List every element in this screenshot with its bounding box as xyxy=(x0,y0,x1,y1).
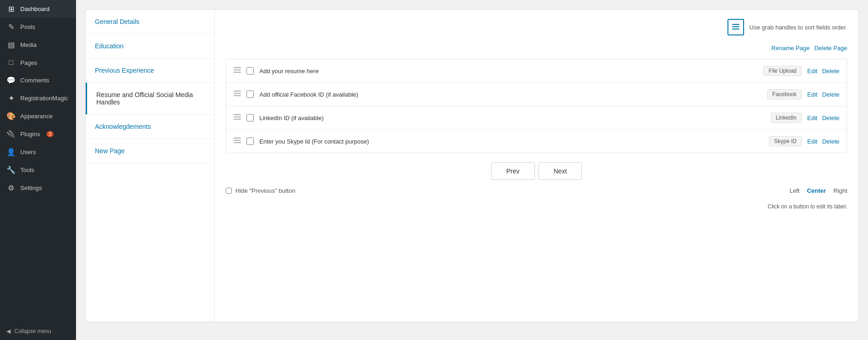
field-label: LinkedIn ID (if available) xyxy=(259,115,765,121)
svg-rect-0 xyxy=(732,24,739,25)
field-row: LinkedIn ID (if available) LinkedIn Edit… xyxy=(226,106,847,130)
field-delete-button[interactable]: Delete xyxy=(822,115,839,121)
field-checkbox[interactable] xyxy=(246,138,254,145)
drag-handle-icon[interactable] xyxy=(234,91,241,98)
sidebar-item-label: Appearance xyxy=(20,113,53,120)
align-center[interactable]: Center xyxy=(807,187,826,194)
page-resume-social[interactable]: Resume and Official Social Media Handles xyxy=(86,83,214,115)
align-left[interactable]: Left xyxy=(790,187,800,194)
page-new-page[interactable]: New Page xyxy=(86,139,214,163)
page-previous-experience[interactable]: Previous Experience xyxy=(86,58,214,83)
collapse-label: Collapse menu xyxy=(14,328,51,334)
field-edit-button[interactable]: Edit xyxy=(807,115,817,121)
svg-rect-9 xyxy=(234,114,241,115)
sidebar-item-settings[interactable]: ⚙ Settings xyxy=(0,179,76,197)
field-actions: Edit Delete xyxy=(807,91,839,98)
svg-rect-1 xyxy=(732,26,739,27)
hide-prev-checkbox[interactable] xyxy=(226,188,232,194)
hide-prev-label: Hide "Previous" button xyxy=(235,187,295,194)
top-bar-right: Use grab handles to sort fields order. xyxy=(727,19,847,35)
sort-hint: Use grab handles to sort fields order. xyxy=(750,24,847,31)
prev-button[interactable]: Prev xyxy=(491,162,535,180)
users-icon: 👤 xyxy=(6,148,16,156)
alignment-row: Hide "Previous" button Left Center Right xyxy=(226,187,847,200)
sidebar-item-plugins[interactable]: 🔌 Plugins 3 xyxy=(0,125,76,143)
sidebar-item-pages[interactable]: □ Pages xyxy=(0,54,76,71)
pages-icon: □ xyxy=(6,58,16,67)
field-checkbox[interactable] xyxy=(246,91,254,98)
plugins-icon: 🔌 xyxy=(6,130,16,138)
hide-prev-container: Hide "Previous" button xyxy=(226,187,295,194)
field-checkbox[interactable] xyxy=(246,114,254,121)
field-edit-button[interactable]: Edit xyxy=(807,68,817,75)
collapse-menu[interactable]: ◀ Collapse menu xyxy=(0,323,76,340)
sidebar-item-users[interactable]: 👤 Users xyxy=(0,143,76,161)
sidebar: ⊞ Dashboard ✎ Posts ▤ Media □ Pages 💬 Co… xyxy=(0,0,76,340)
field-checkbox[interactable] xyxy=(246,67,254,75)
comments-icon: 💬 xyxy=(6,76,16,85)
rename-page-button[interactable]: Rename Page xyxy=(771,45,809,52)
svg-rect-11 xyxy=(234,119,241,120)
svg-rect-10 xyxy=(234,116,241,117)
page-education[interactable]: Education xyxy=(86,34,214,58)
svg-rect-5 xyxy=(234,72,241,73)
next-button[interactable]: Next xyxy=(539,162,582,180)
sidebar-item-label: Media xyxy=(20,41,36,48)
sidebar-item-label: Settings xyxy=(20,184,42,191)
svg-rect-13 xyxy=(234,140,241,141)
sidebar-item-label: Comments xyxy=(20,77,49,84)
svg-rect-6 xyxy=(234,91,241,92)
drag-handle-icon[interactable] xyxy=(234,67,241,75)
svg-rect-8 xyxy=(234,95,241,96)
field-delete-button[interactable]: Delete xyxy=(822,138,839,145)
posts-icon: ✎ xyxy=(6,23,16,31)
sidebar-item-label: Pages xyxy=(20,59,37,66)
sidebar-item-label: Plugins xyxy=(20,131,40,138)
sidebar-item-label: RegistrationMagic xyxy=(20,95,68,102)
media-icon: ▤ xyxy=(6,40,16,49)
svg-rect-4 xyxy=(234,69,241,70)
delete-page-button[interactable]: Delete Page xyxy=(814,45,847,52)
sidebar-item-comments[interactable]: 💬 Comments xyxy=(0,71,76,89)
card: General Details Education Previous Exper… xyxy=(85,9,859,322)
field-label: Add your resume here xyxy=(259,68,758,75)
drag-handle-icon[interactable] xyxy=(234,138,241,145)
page-acknowledgements[interactable]: Acknowlegdements xyxy=(86,115,214,139)
sidebar-item-posts[interactable]: ✎ Posts xyxy=(0,18,76,36)
field-label: Add official Facebook ID (if available) xyxy=(259,91,762,98)
page-actions: Rename Page Delete Page xyxy=(226,45,847,52)
align-right[interactable]: Right xyxy=(833,187,847,194)
field-delete-button[interactable]: Delete xyxy=(822,68,839,75)
sidebar-item-media[interactable]: ▤ Media xyxy=(0,36,76,54)
drag-handle-icon[interactable] xyxy=(234,114,241,122)
pages-panel: General Details Education Previous Exper… xyxy=(86,10,215,322)
sidebar-item-registrationmagic[interactable]: ✦ RegistrationMagic xyxy=(0,89,76,107)
field-type-badge: Skype ID xyxy=(769,136,802,146)
regmagic-icon: ✦ xyxy=(6,94,16,103)
svg-rect-12 xyxy=(234,138,241,138)
sidebar-item-dashboard[interactable]: ⊞ Dashboard xyxy=(0,0,76,18)
sort-icon xyxy=(732,24,739,30)
sort-fields-button[interactable] xyxy=(727,19,744,35)
sidebar-item-label: Users xyxy=(20,149,36,156)
page-general-details[interactable]: General Details xyxy=(86,10,214,34)
field-edit-button[interactable]: Edit xyxy=(807,91,817,98)
sidebar-item-tools[interactable]: 🔧 Tools xyxy=(0,161,76,179)
content-panel: Use grab handles to sort fields order. R… xyxy=(215,10,858,322)
nav-buttons: Prev Next xyxy=(226,162,847,180)
field-delete-button[interactable]: Delete xyxy=(822,91,839,98)
sidebar-item-label: Posts xyxy=(20,23,35,30)
field-row: Add your resume here File Upload Edit De… xyxy=(226,59,847,83)
field-edit-button[interactable]: Edit xyxy=(807,138,817,145)
top-bar: Use grab handles to sort fields order. xyxy=(226,19,847,35)
sidebar-item-label: Dashboard xyxy=(20,6,50,12)
sidebar-item-appearance[interactable]: 🎨 Appearance xyxy=(0,107,76,125)
tools-icon: 🔧 xyxy=(6,166,16,174)
svg-rect-2 xyxy=(732,29,739,29)
plugins-badge: 3 xyxy=(47,131,54,137)
settings-icon: ⚙ xyxy=(6,184,16,192)
fields-list: Add your resume here File Upload Edit De… xyxy=(226,59,847,153)
field-row: Add official Facebook ID (if available) … xyxy=(226,83,847,106)
alignment-options: Left Center Right xyxy=(790,187,847,194)
svg-rect-3 xyxy=(234,67,241,68)
